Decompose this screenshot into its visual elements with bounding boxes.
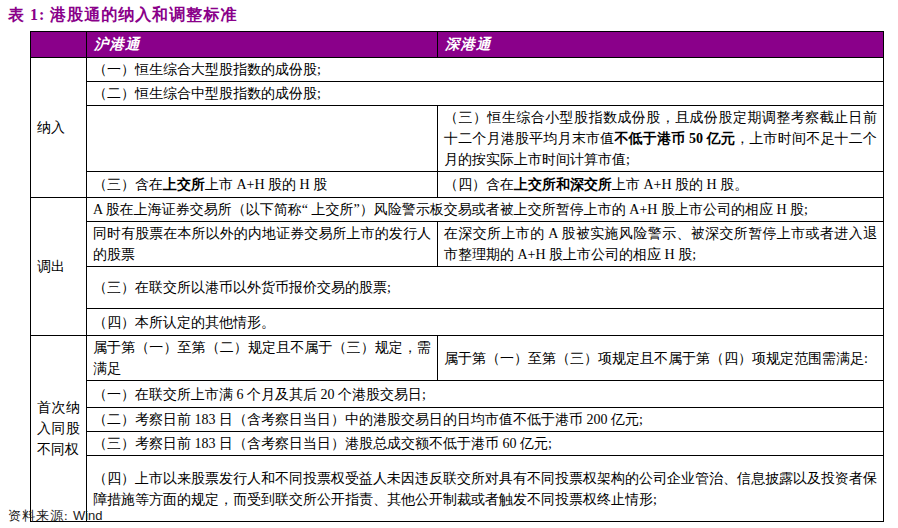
inclusion-criterion-3-sz: （三）恒生综合小型股指数成份股，且成份股定期调整考察截止日前十二个月港股平均月末… [438,106,884,172]
row-label-inclusion: 纳入 [31,58,87,198]
inclusion-criterion-4-sz: （四）含在上交所和深交所上市 A+H 股的 H 股。 [438,172,884,198]
table-row: 纳入 （一）恒生综合大型股指数的成份股; [31,58,884,82]
table-row: （三）在联交所以港币以外货币报价交易的股票; [31,267,884,309]
table-row: 同时有股票在本所以外的内地证券交易所上市的发行人的股票 在深交所上市的 A 股被… [31,222,884,267]
text-segment: 上市 A+H 股的 H 股 [205,177,327,192]
header-shenzhen-connect: 深港通 [438,32,884,58]
text-segment-bold: 上交所和深交所 [514,177,612,192]
table-row: （三）含在上交所上市 A+H 股的 H 股 （四）含在上交所和深交所上市 A+H… [31,172,884,198]
text-segment-bold: 不低于港币 50 亿元 [614,131,735,146]
data-source-line: 资料来源: Wind [8,507,103,525]
removal-criterion-2-sz: 在深交所上市的 A 股被实施风险警示、被深交所暂停上市或者进入退市整理期的 A+… [438,222,884,267]
hk-connect-criteria-table: 沪港通 深港通 纳入 （一）恒生综合大型股指数的成份股; （二）恒生综合中型股指… [30,31,884,522]
table-row: 调出 A 股在上海证券交易所（以下简称“ 上交所”）风险警示板交易或者被上交所暂… [31,198,884,222]
report-page: 表 1: 港股通的纳入和调整标准 沪港通 深港通 纳入 （一）恒生综合大型股指数… [0,0,898,528]
text-segment: （三）含在 [93,177,163,192]
table-header-row: 沪港通 深港通 [31,32,884,58]
wvr-criterion-1: （一）在联交所上市满 6 个月及其后 20 个港股交易日; [87,381,884,408]
table-row: （一）在联交所上市满 6 个月及其后 20 个港股交易日; [31,381,884,408]
wvr-scope-sz: 属于第（一）至第（三）项规定且不属于第（四）项规定范围需满足: [438,336,884,381]
wvr-criterion-3: （三）考察日前 183 日（含考察日当日）港股总成交额不低于港币 60 亿元; [87,432,884,456]
row-label-wvr-first-inclusion: 首次纳入同股不同权 [31,336,87,522]
table-row: （四）本所认定的其他情形。 [31,309,884,336]
header-shanghai-connect: 沪港通 [87,32,438,58]
table-title: 表 1: 港股通的纳入和调整标准 [8,5,237,26]
inclusion-criterion-3-sh-empty [87,106,438,172]
table-row: 首次纳入同股不同权 属于第（一）至第（二）规定且不属于（三）规定，需满足 属于第… [31,336,884,381]
inclusion-criterion-4-sh: （三）含在上交所上市 A+H 股的 H 股 [87,172,438,198]
wvr-scope-sh: 属于第（一）至第（二）规定且不属于（三）规定，需满足 [87,336,438,381]
wvr-criterion-2: （二）考察日前 183 日（含考察日当日）中的港股交易日的日均市值不低于港币 2… [87,408,884,432]
removal-criterion-1: A 股在上海证券交易所（以下简称“ 上交所”）风险警示板交易或者被上交所暂停上市… [87,198,884,222]
wvr-criterion-4: （四）上市以来股票发行人和不同投票权受益人未因违反联交所对具有不同投票权架构的公… [87,456,884,522]
text-segment-bold: 上交所 [163,177,205,192]
header-empty-cell [31,32,87,58]
source-value: Wind [73,508,103,523]
removal-criterion-3: （三）在联交所以港币以外货币报价交易的股票; [87,267,884,309]
table-row: （四）上市以来股票发行人和不同投票权受益人未因违反联交所对具有不同投票权架构的公… [31,456,884,522]
text-segment: 上市 A+H 股的 H 股。 [612,177,748,192]
inclusion-criterion-1: （一）恒生综合大型股指数的成份股; [87,58,884,82]
text-segment: （四）含在 [444,177,514,192]
table-row: （三）恒生综合小型股指数成份股，且成份股定期调整考察截止日前十二个月港股平均月末… [31,106,884,172]
inclusion-criterion-2: （二）恒生综合中型股指数的成份股; [87,82,884,106]
table-row: （三）考察日前 183 日（含考察日当日）港股总成交额不低于港币 60 亿元; [31,432,884,456]
table-row: （二）恒生综合中型股指数的成份股; [31,82,884,106]
table-row: （二）考察日前 183 日（含考察日当日）中的港股交易日的日均市值不低于港币 2… [31,408,884,432]
removal-criterion-4: （四）本所认定的其他情形。 [87,309,884,336]
row-label-removal: 调出 [31,198,87,336]
source-label: 资料来源: [8,508,69,523]
removal-criterion-2-sh: 同时有股票在本所以外的内地证券交易所上市的发行人的股票 [87,222,438,267]
